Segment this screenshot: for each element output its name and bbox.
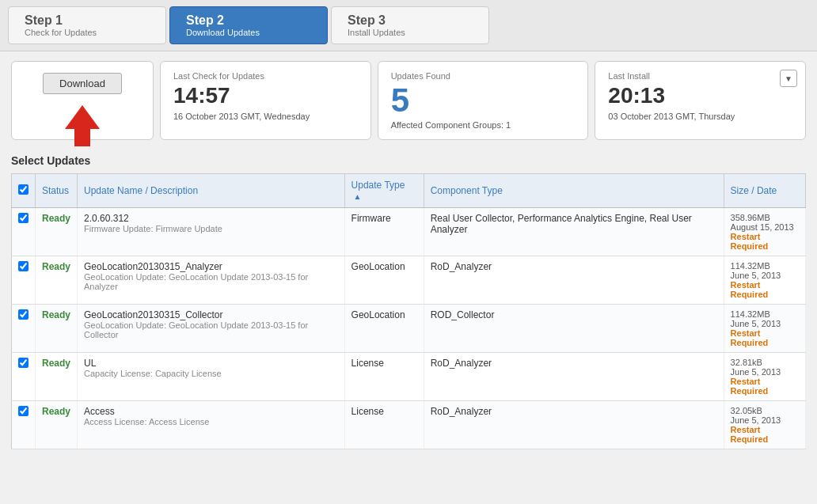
row-restart: Restart Required [731,425,799,444]
row-restart: Restart Required [731,328,799,347]
row-component-type: Real User Collector, Performance Analyti… [424,208,724,256]
last-install-card: Last Install 20:13 03 October 2013 GMT, … [595,61,806,140]
row-size: 114.32MBJune 5, 2013 [731,309,799,328]
row-checkbox[interactable] [18,406,28,416]
row-size-date: 114.32MBJune 5, 2013Restart Required [724,305,805,353]
table-row: ReadyGeoLocation20130315_CollectorGeoLoc… [12,305,806,353]
col-update-name: Update Name / Description [78,174,345,208]
row-update-type: GeoLocation [344,256,424,305]
row-size-date: 32.05kBJune 5, 2013Restart Required [724,401,805,449]
row-status: Ready [36,353,78,401]
row-size: 358.96MBAugust 15, 2013 [731,213,799,232]
cards-row: Download Last Check for Updates 14:57 16… [11,61,806,140]
updates-found-sub: Affected Component Groups: 1 [391,120,576,130]
last-install-time: 20:13 [608,84,792,108]
last-install-date: 03 October 2013 GMT, Thursday [608,112,792,121]
last-check-title: Last Check for Updates [173,71,358,81]
col-component-type: Component Type [424,174,724,208]
row-desc: Capacity License: Capacity License [84,369,338,378]
row-checkbox-cell [12,353,36,401]
select-all-checkbox[interactable] [18,184,28,195]
last-install-dropdown-button[interactable]: ▼ [780,70,797,87]
row-status: Ready [36,305,78,353]
updates-found-card: Updates Found 5 Affected Component Group… [378,61,589,140]
last-install-title: Last Install [608,71,792,81]
row-desc: Access License: Access License [84,417,338,426]
row-checkbox-cell [12,401,36,449]
row-name: 2.0.60.312 [84,213,338,224]
row-update-type: GeoLocation [344,305,424,353]
row-update-type: Firmware [344,208,424,256]
step-step1[interactable]: Step 1Check for Updates [8,6,166,44]
col-status: Status [36,174,78,208]
row-name: Access [84,406,338,417]
row-restart: Restart Required [731,377,799,396]
row-component-type: RoD_Analyzer [424,353,724,401]
row-checkbox[interactable] [18,358,28,368]
row-desc: GeoLocation Update: GeoLocation Update 2… [84,272,338,291]
row-desc: GeoLocation Update: GeoLocation Update 2… [84,320,338,339]
row-update-type: License [344,353,424,401]
table-header: Status Update Name / Description Update … [12,174,806,208]
updates-found-title: Updates Found [391,71,576,81]
table-row: Ready2.0.60.312Firmware Update: Firmware… [12,208,806,256]
row-size: 32.81kBJune 5, 2013 [731,358,799,377]
row-checkbox-cell [12,208,36,256]
step-label-step3: Install Updates [348,28,473,37]
table-row: ReadyGeoLocation20130315_AnalyzerGeoLoca… [12,256,806,305]
row-size-date: 32.81kBJune 5, 2013Restart Required [724,353,805,401]
step-label-step1: Check for Updates [25,28,150,37]
row-desc: Firmware Update: Firmware Update [84,224,338,233]
row-name-desc: ULCapacity License: Capacity License [78,353,345,401]
step-number-step2: Step 2 [186,13,311,28]
step-number-step3: Step 3 [348,13,473,28]
main-content: Download Last Check for Updates 14:57 16… [0,51,817,459]
updates-found-count: 5 [391,84,576,117]
row-status: Ready [36,401,78,449]
download-button[interactable]: Download [43,73,122,94]
row-size: 114.32MBJune 5, 2013 [731,261,799,280]
row-restart: Restart Required [731,280,799,299]
sort-icon: ▲ [354,192,362,201]
last-check-card: Last Check for Updates 14:57 16 October … [160,61,371,140]
row-checkbox-cell [12,305,36,353]
row-checkbox[interactable] [18,213,28,223]
step-step2[interactable]: Step 2Download Updates [169,6,328,44]
row-checkbox-cell [12,256,36,305]
row-name-desc: GeoLocation20130315_CollectorGeoLocation… [78,305,345,353]
table-body: Ready2.0.60.312Firmware Update: Firmware… [12,208,806,449]
table-row: ReadyULCapacity License: Capacity Licens… [12,353,806,401]
row-component-type: RoD_Analyzer [424,256,724,305]
row-update-type: License [344,401,424,449]
row-status: Ready [36,208,78,256]
step-number-step1: Step 1 [25,13,150,28]
step-label-step2: Download Updates [186,28,311,37]
row-name-desc: GeoLocation20130315_AnalyzerGeoLocation … [78,256,345,305]
row-size-date: 114.32MBJune 5, 2013Restart Required [724,256,805,305]
download-card: Download [11,61,154,140]
col-update-type[interactable]: Update Type ▲ [344,174,424,208]
row-checkbox[interactable] [18,309,28,320]
upload-arrow-icon [65,105,100,129]
row-name: GeoLocation20130315_Collector [84,309,338,320]
row-component-type: RoD_Analyzer [424,401,724,449]
section-title: Select Updates [11,154,806,167]
step-step3[interactable]: Step 3Install Updates [331,6,489,44]
updates-table: Status Update Name / Description Update … [11,173,806,449]
col-size-date: Size / Date [724,174,805,208]
col-checkbox[interactable] [12,174,36,208]
row-component-type: ROD_Collector [424,305,724,353]
row-size-date: 358.96MBAugust 15, 2013Restart Required [724,208,805,256]
row-name: GeoLocation20130315_Analyzer [84,261,338,272]
row-name: UL [84,358,338,369]
table-row: ReadyAccessAccess License: Access Licens… [12,401,806,449]
row-restart: Restart Required [731,232,799,251]
row-name-desc: 2.0.60.312Firmware Update: Firmware Upda… [78,208,345,256]
row-size: 32.05kBJune 5, 2013 [731,406,799,425]
last-check-date: 16 October 2013 GMT, Wednesday [173,112,358,121]
row-name-desc: AccessAccess License: Access License [78,401,345,449]
last-check-time: 14:57 [173,84,358,108]
row-checkbox[interactable] [18,261,28,271]
steps-bar: Step 1Check for UpdatesStep 2Download Up… [0,0,817,51]
row-status: Ready [36,256,78,305]
